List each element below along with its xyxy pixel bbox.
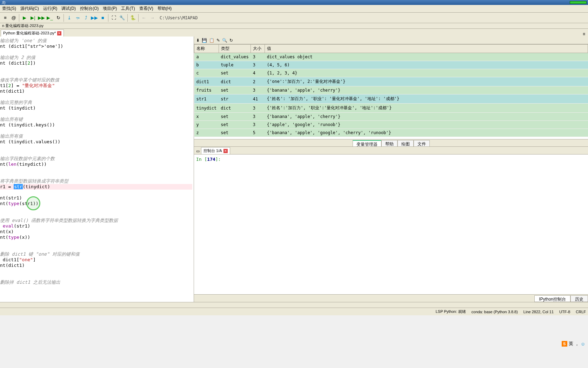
settings-icon[interactable]: 🔧 xyxy=(118,14,126,22)
run-cell-next-icon[interactable]: ▶▶ xyxy=(38,14,45,22)
variable-row[interactable]: adict_values3dict_values object xyxy=(194,53,588,61)
console-tab-label: 控制台 1/A xyxy=(203,148,222,153)
menu-console[interactable]: 控制台(O) xyxy=(80,6,99,12)
debug-stop-icon[interactable]: ■ xyxy=(99,14,107,22)
code-editor[interactable]: 输出键为 'one' 的值 nt (dict1["str">'one']) 输出… xyxy=(0,37,194,302)
close-icon[interactable]: ✕ xyxy=(57,31,61,35)
back-icon[interactable]: ← xyxy=(140,14,148,22)
variable-explorer[interactable]: 名称 类型 大小 值 adict_values3dict_values obje… xyxy=(194,44,588,137)
ime-lang: 英 xyxy=(569,341,573,347)
status-lsp: LSP Python: 就绪 xyxy=(436,309,466,314)
debug-step-out-icon[interactable]: ⤴ xyxy=(82,14,90,22)
editor-scrollbar[interactable] xyxy=(0,302,588,308)
variable-row[interactable]: cset4{1, 2, 3, 4} xyxy=(194,69,588,77)
file-tab[interactable]: Python 量化编程基础-2023.py* ✕ xyxy=(1,29,64,37)
col-type[interactable]: 类型 xyxy=(219,45,250,53)
outline-toggle-icon[interactable]: ≡ xyxy=(583,32,585,37)
window-titlebar: .8) xyxy=(0,0,588,5)
menu-debug[interactable]: 调试(D) xyxy=(61,6,76,12)
menu-run[interactable]: 运行(R) xyxy=(43,6,58,12)
console-menu-icon[interactable]: ▭ xyxy=(195,148,200,154)
menu-find[interactable]: 查找(S) xyxy=(2,6,16,12)
variable-row[interactable]: fruitsset3{'banana', 'apple', 'cherry'} xyxy=(194,86,588,94)
status-cursor-pos: Line 2822, Col 11 xyxy=(523,310,554,314)
console-bottom-tabs: IPython控制台 历史 xyxy=(194,294,588,302)
main-toolbar: ≡ @ ▶ ▶| ▶▶ ▶_ ↻ ⤓ ⤼ ⤴ ▶▶ ■ ⛶ 🔧 🐍 ← → C:… xyxy=(0,13,588,23)
menu-tools[interactable]: 工具(T) xyxy=(121,6,135,12)
variable-row[interactable]: tinydictdict3{'姓名':'加百力', '职业':'量化对冲基金',… xyxy=(194,104,588,113)
variable-row[interactable]: xset3{'banana', 'apple', 'cherry'} xyxy=(194,113,588,121)
console-prompt: In [ xyxy=(196,157,207,162)
forward-icon[interactable]: → xyxy=(148,14,156,22)
run-cell-icon[interactable]: ▶| xyxy=(29,14,37,22)
tab-ipython[interactable]: IPython控制台 xyxy=(534,295,570,302)
battery-icon xyxy=(570,1,587,4)
variable-row[interactable]: yset3{'apple', 'google', 'runoob'} xyxy=(194,121,588,129)
rerun-icon[interactable]: ↻ xyxy=(54,14,62,22)
status-encoding[interactable]: UTF-8 xyxy=(559,310,570,314)
tab-files[interactable]: 文件 xyxy=(414,140,430,146)
edit-icon[interactable]: ✎ xyxy=(216,38,220,43)
statusbar: LSP Python: 就绪 conda: base (Python 3.8.8… xyxy=(0,308,588,315)
sogou-icon: S xyxy=(562,341,567,347)
variable-row[interactable]: dict1dict2{'one':'加百力', 2:'量化对冲基金'} xyxy=(194,77,588,86)
breadcrumb-bar: n 量化编程基础-2023.py xyxy=(0,23,588,29)
col-value[interactable]: 值 xyxy=(265,45,588,53)
menu-source[interactable]: 源代码(C) xyxy=(20,6,39,12)
right-pane-tabs: 变量管理器 帮助 绘图 文件 xyxy=(194,139,588,147)
working-dir[interactable]: C:\Users\MIAPAD xyxy=(160,15,587,20)
variable-toolbar: ⬇ 💾 📋 ✎ 🔍 ↻ xyxy=(194,37,588,44)
title-text: .8) xyxy=(1,1,6,5)
breadcrumb: n 量化编程基础-2023.py xyxy=(2,23,44,28)
variable-row[interactable]: str1str41{'姓名': '加百力', '职业': '量化对冲基金', '… xyxy=(194,94,588,104)
file-tab-label: Python 量化编程基础-2023.py* xyxy=(3,31,56,36)
import-icon[interactable]: ⬇ xyxy=(196,38,200,43)
menu-view[interactable]: 查看(V) xyxy=(139,6,153,12)
status-eol[interactable]: CRLF xyxy=(576,310,586,314)
outline-icon[interactable]: ≡ xyxy=(1,14,9,22)
tab-help[interactable]: 帮助 xyxy=(381,140,397,146)
col-size[interactable]: 大小 xyxy=(251,45,265,53)
ime-indicator[interactable]: S 英 ， ☺ xyxy=(562,341,585,347)
debug-step-into-icon[interactable]: ⤓ xyxy=(65,14,73,22)
variable-row[interactable]: zset5{'banana', 'apple', 'google', 'cher… xyxy=(194,129,588,137)
console-tab[interactable]: 控制台 1/A ✕ xyxy=(201,147,230,154)
ipython-console[interactable]: In [174]: xyxy=(194,155,588,294)
ime-punct-icon: ， xyxy=(575,341,579,347)
maximize-icon[interactable]: ⛶ xyxy=(110,14,118,22)
close-icon[interactable]: ✕ xyxy=(223,149,228,153)
refresh-icon[interactable]: ↻ xyxy=(229,38,233,43)
console-tabs: ▭ 控制台 1/A ✕ xyxy=(194,147,588,155)
python-path-icon[interactable]: 🐍 xyxy=(129,14,137,22)
menu-project[interactable]: 项目(P) xyxy=(103,6,117,12)
debug-step-over-icon[interactable]: ⤼ xyxy=(74,14,81,22)
status-conda[interactable]: conda: base (Python 3.8.8) xyxy=(472,310,518,314)
tab-history[interactable]: 历史 xyxy=(570,295,588,302)
search-var-icon[interactable]: 🔍 xyxy=(222,38,227,43)
menu-help[interactable]: 帮助(H) xyxy=(158,6,172,12)
run-icon[interactable]: ▶ xyxy=(21,14,28,22)
tab-plot[interactable]: 绘图 xyxy=(397,140,414,146)
at-icon[interactable]: @ xyxy=(10,14,18,22)
variable-row[interactable]: btuple3(4, 5, 6) xyxy=(194,61,588,69)
ime-emoji-icon: ☺ xyxy=(581,341,585,347)
save-as-icon[interactable]: 📋 xyxy=(209,38,214,43)
editor-tabs: Python 量化编程基础-2023.py* ✕ ≡ xyxy=(0,29,588,37)
tab-variable-explorer[interactable]: 变量管理器 xyxy=(353,140,381,146)
menubar: 查找(S) 源代码(C) 运行(R) 调试(D) 控制台(O) 项目(P) 工具… xyxy=(0,5,588,13)
save-var-icon[interactable]: 💾 xyxy=(202,38,207,43)
run-selection-icon[interactable]: ▶_ xyxy=(46,14,54,22)
col-name[interactable]: 名称 xyxy=(194,45,219,53)
debug-continue-icon[interactable]: ▶▶ xyxy=(91,14,98,22)
